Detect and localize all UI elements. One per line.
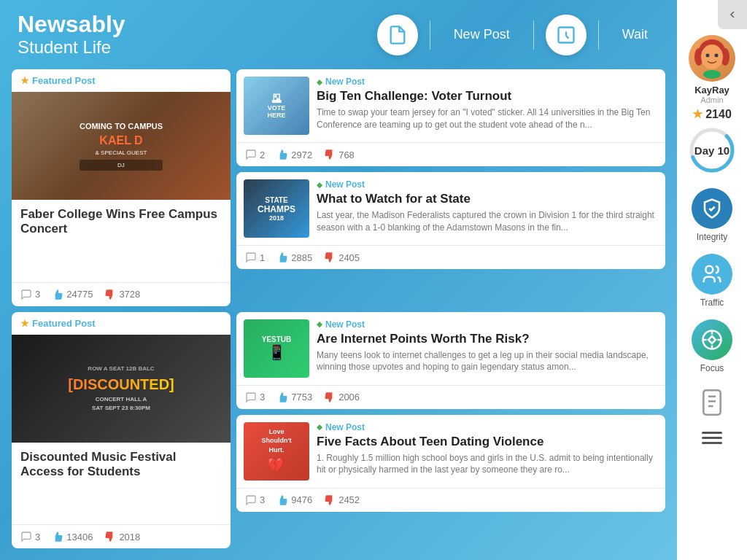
dislike-icon	[324, 494, 336, 506]
new-post-label-3: ◆ New Post	[317, 319, 658, 330]
news-card-2[interactable]: STATE CHAMPS 2018 ◆ New Post What to Wat…	[236, 172, 665, 269]
nav-item-integrity[interactable]: Integrity	[677, 182, 747, 248]
svg-point-12	[705, 266, 713, 273]
dislike-stat: 2018	[104, 531, 140, 542]
svg-point-9	[703, 70, 721, 79]
new-post-label-4: ◆ New Post	[317, 422, 658, 432]
news-content-2: ◆ New Post What to Watch for at State La…	[317, 179, 658, 238]
sidebar: KayRay Admin ★ 2140 Day 10 Integrity	[677, 0, 747, 560]
comment-stat: 3	[20, 531, 40, 542]
integrity-label: Integrity	[697, 232, 728, 242]
comment-icon	[245, 392, 257, 403]
integrity-icon	[701, 198, 723, 219]
featured-label-1: ★ Featured Post	[12, 69, 231, 92]
hamburger-line-1	[702, 432, 722, 434]
featured-footer-1: 3 24775 3728	[12, 282, 231, 306]
nav-item-traffic[interactable]: Traffic	[677, 248, 747, 314]
score-star-icon: ★	[692, 107, 703, 121]
like-stat: 9476	[276, 494, 312, 506]
news-excerpt-2: Last year, the Madison Federalists captu…	[317, 209, 658, 234]
avatar	[689, 35, 735, 82]
new-post-label-2: ◆ New Post	[317, 179, 658, 190]
diamond-icon: ◆	[317, 423, 322, 431]
featured-image-2: ROW A SEAT 12B BALC [DISCOUNTED] CONCERT…	[12, 335, 231, 443]
news-card-3[interactable]: YESTUB 📱 ◆ New Post Are Internet Points …	[236, 312, 665, 409]
dislike-icon	[104, 289, 116, 300]
news-thumbnail-1: 🗳 VOTE HERE	[244, 77, 309, 135]
hamburger-menu[interactable]	[696, 426, 728, 450]
news-title-1: Big Ten Challenge: Voter Turnout	[317, 89, 658, 104]
dislike-icon	[324, 149, 336, 160]
wait-label: Wait	[622, 27, 648, 42]
comment-icon	[20, 531, 32, 542]
news-footer-3: 3 7753 2006	[236, 385, 665, 409]
chevron-left-icon	[727, 9, 738, 20]
new-post-label-1: ◆ New Post	[317, 77, 658, 87]
app-title: Newsably Student Life	[18, 12, 377, 58]
nav-item-checklist[interactable]	[677, 382, 747, 423]
hamburger-line-2	[702, 437, 722, 439]
back-button[interactable]	[718, 0, 747, 29]
like-icon	[276, 149, 288, 160]
posts-grid: ★ Featured Post COMING TO CAMPUS KAEL D …	[0, 69, 677, 560]
header-controls: New Post Wait	[377, 15, 659, 55]
user-name: KayRay	[694, 85, 729, 96]
like-stat: 2972	[276, 149, 312, 160]
nav-item-focus[interactable]: Focus	[677, 314, 747, 379]
featured-title-2: Discounted Music Festival Access for Stu…	[12, 443, 231, 524]
user-role: Admin	[700, 96, 723, 104]
dislike-icon	[104, 531, 116, 542]
comment-icon	[20, 289, 32, 300]
dislike-icon	[324, 252, 336, 263]
like-stat: 13406	[52, 531, 93, 542]
document-button[interactable]	[377, 15, 418, 55]
news-footer-4: 3 9476 2452	[236, 488, 665, 512]
diamond-icon: ◆	[317, 181, 322, 189]
comment-stat: 3	[245, 494, 265, 506]
news-card-1[interactable]: 🗳 VOTE HERE ◆ New Post Big Ten Challenge…	[236, 69, 665, 166]
header-divider-3	[598, 20, 599, 50]
main-content: Newsably Student Life New Post W	[0, 0, 677, 560]
comment-stat: 2	[245, 149, 265, 160]
news-title-3: Are Internet Points Worth The Risk?	[317, 332, 658, 346]
traffic-icon	[701, 263, 723, 285]
focus-label: Focus	[700, 363, 724, 373]
traffic-label: Traffic	[700, 298, 724, 308]
featured-footer-2: 3 13406 2018	[12, 524, 231, 548]
hamburger-line-3	[702, 442, 722, 444]
like-icon	[276, 252, 288, 263]
header-divider-2	[533, 20, 534, 50]
timer-button[interactable]	[546, 15, 587, 55]
like-icon	[52, 289, 63, 300]
checklist-icon	[697, 388, 727, 417]
dislike-icon	[324, 392, 336, 403]
svg-rect-14	[703, 390, 720, 414]
news-footer-2: 1 2885 2405	[236, 245, 665, 269]
day-label: Day 10	[694, 144, 729, 157]
featured-card-2[interactable]: ★ Featured Post ROW A SEAT 12B BALC [DIS…	[12, 312, 231, 548]
news-excerpt-4: 1. Roughly 1.5 million high school boys …	[317, 452, 658, 477]
comment-stat: 3	[245, 392, 265, 403]
featured-image-1: COMING TO CAMPUS KAEL D & SPECIAL GUEST …	[12, 92, 231, 200]
traffic-icon-circle	[692, 254, 732, 295]
dislike-stat: 768	[324, 149, 355, 160]
news-card-4[interactable]: Love Shouldn't Hurt. 💔 ◆ New Post F	[236, 415, 665, 512]
header: Newsably Student Life New Post W	[0, 0, 677, 69]
news-footer-1: 2 2972 768	[236, 142, 665, 166]
header-divider	[430, 20, 430, 50]
news-content-1: ◆ New Post Big Ten Challenge: Voter Turn…	[317, 77, 658, 135]
news-thumbnail-4: Love Shouldn't Hurt. 💔	[244, 422, 309, 481]
like-stat: 7753	[276, 392, 312, 403]
star-icon: ★	[20, 75, 29, 86]
dislike-stat: 2405	[324, 252, 360, 263]
comment-stat: 3	[20, 289, 40, 300]
featured-card-1[interactable]: ★ Featured Post COMING TO CAMPUS KAEL D …	[12, 69, 231, 306]
focus-icon	[701, 329, 723, 351]
svg-line-2	[566, 36, 569, 38]
like-icon	[276, 392, 288, 403]
news-content-4: ◆ New Post Five Facts About Teen Dating …	[317, 422, 658, 481]
dislike-stat: 3728	[104, 289, 140, 300]
news-thumbnail-3: YESTUB 📱	[244, 319, 309, 378]
svg-point-7	[706, 54, 710, 58]
featured-title-1: Faber College Wins Free Campus Concert	[12, 200, 231, 281]
